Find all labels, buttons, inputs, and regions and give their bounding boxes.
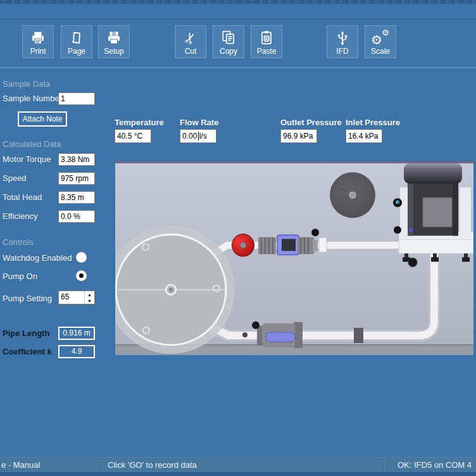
pipe-length-value: 0.916 m: [58, 327, 95, 340]
pump-setting-label: Pump Setting: [3, 294, 52, 303]
watchdog-enabled-radio[interactable]: [76, 252, 87, 263]
motor-label-plate: [423, 197, 452, 227]
pump-setting-value: 65: [61, 292, 69, 301]
coefficient-k-value: 4.9: [58, 345, 95, 358]
pump-motor: [400, 163, 471, 238]
toolbar-top-divider: [0, 19, 476, 20]
inlet-pressure-value: 16.4 kPa: [346, 129, 382, 143]
copy-icon: [213, 28, 244, 47]
orifice-plate-disk: [330, 172, 375, 218]
copy-button-label: Copy: [220, 47, 237, 56]
scale-button-label: Scale: [371, 47, 390, 56]
status-mode: e - Manual: [1, 458, 40, 473]
text-caret: [198, 132, 199, 141]
attach-note-button[interactable]: Attach Note: [18, 111, 67, 127]
speed-value: 975 rpm: [58, 172, 95, 185]
status-connection: OK: IFD5 on COM 4: [398, 458, 472, 473]
page-icon: [61, 28, 92, 47]
status-bar: e - Manual Click 'GO' to record data OK:…: [0, 457, 476, 473]
print-setup-icon: [99, 28, 129, 47]
sample-number-input[interactable]: [58, 92, 95, 105]
pipe-clamp-band: [354, 328, 363, 343]
outlet-pressure-value: 96.9 kPa: [280, 129, 317, 143]
pump-app-window: Print Page Setup ✂ Cut: [0, 0, 476, 476]
copy-button[interactable]: Copy: [213, 25, 244, 58]
print-button-label: Print: [30, 47, 46, 56]
total-head-value: 8.35 m: [58, 191, 95, 204]
status-divider: [101, 459, 102, 472]
temperature-value: 40.5 °C: [115, 129, 151, 143]
watchdog-enabled-label: Watchdog Enabled: [3, 253, 72, 263]
sample-number-label: Sample Number: [3, 94, 62, 103]
total-head-label: Total Head: [3, 192, 42, 202]
outlet-pressure-label: Outlet Pressure: [280, 118, 342, 127]
scissors-icon: ✂: [175, 28, 206, 47]
scale-button[interactable]: ⚙⚙ Scale: [365, 25, 396, 58]
stepper-down-arrow[interactable]: ▼: [85, 298, 94, 304]
pipe-fitting-blue: [277, 235, 299, 254]
efficiency-label: Efficiency: [3, 211, 37, 221]
pipe-length-label: Pipe Length: [3, 329, 49, 338]
controls-header: Controls: [3, 237, 33, 247]
paste-button[interactable]: Paste: [251, 25, 282, 58]
toolbar-bottom-divider: [0, 67, 476, 68]
motor-torque-label: Motor Torque: [3, 154, 51, 164]
temperature-label: Temperature: [115, 118, 164, 127]
sample-data-header: Sample Data: [3, 79, 50, 89]
usb-icon: [327, 28, 358, 47]
setup-button-label: Setup: [104, 47, 123, 56]
inlet-pressure-label: Inlet Pressure: [346, 118, 400, 127]
page-button-label: Page: [68, 47, 85, 56]
cut-button-label: Cut: [185, 47, 197, 56]
gate-valve-blue-handle: [257, 322, 303, 348]
coefficient-k-label: Coefficient k: [3, 347, 52, 356]
motor-torque-value: 3.38 Nm: [58, 153, 95, 166]
page-button[interactable]: Page: [61, 25, 92, 58]
stepper-up-arrow[interactable]: ▲: [85, 291, 94, 298]
ifd-button-label: IFD: [336, 47, 348, 56]
union-coupling: [258, 237, 276, 254]
paste-button-label: Paste: [257, 47, 277, 56]
printer-icon: [23, 28, 53, 47]
flow-control-valve-red: [232, 234, 254, 256]
window-bottom-strip: [0, 472, 476, 476]
pump-on-label: Pump On: [3, 272, 37, 281]
print-button[interactable]: Print: [22, 25, 54, 58]
ifd-button[interactable]: IFD: [327, 25, 358, 58]
calculated-data-header: Calculated Data: [3, 139, 61, 149]
flow-rate-label: Flow Rate: [180, 118, 218, 127]
status-hint: Click 'GO' to record data: [108, 458, 197, 473]
gears-icon: ⚙⚙: [365, 28, 396, 47]
rig-diagram-panel: [114, 161, 475, 356]
window-top-strip: [0, 0, 476, 4]
speed-label: Speed: [3, 173, 27, 183]
setup-button[interactable]: Setup: [98, 25, 130, 58]
cut-button[interactable]: ✂ Cut: [175, 25, 206, 58]
status-divider: [383, 459, 384, 472]
pump-on-radio[interactable]: [76, 270, 87, 281]
paste-icon: [251, 28, 282, 47]
pump-setting-stepper[interactable]: 65 ▲ ▼: [58, 291, 95, 304]
efficiency-value: 0.0 %: [58, 210, 95, 223]
